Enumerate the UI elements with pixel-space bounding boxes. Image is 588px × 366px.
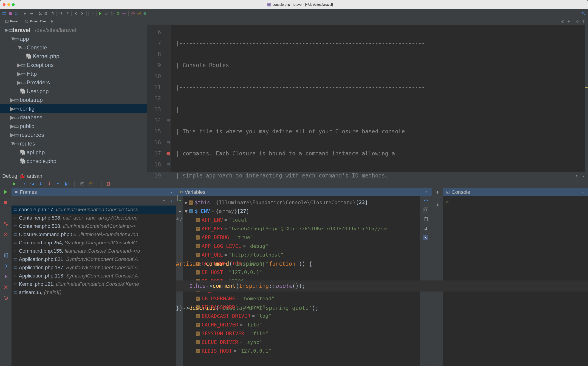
undo-icon[interactable] <box>23 11 28 16</box>
rerun-icon[interactable] <box>3 190 8 194</box>
frame-row[interactable]: Command.php:254, Symfony\Component\Conso… <box>12 239 176 247</box>
tree-exceptions[interactable]: ▶▭Exceptions <box>0 61 147 69</box>
step-out-icon[interactable] <box>56 182 60 186</box>
settings-icon[interactable] <box>122 11 126 16</box>
run-icon[interactable] <box>98 11 103 16</box>
debug-icon[interactable] <box>103 11 109 16</box>
redo-icon[interactable] <box>29 11 34 16</box>
show-exec-icon[interactable] <box>21 182 25 186</box>
layout-icon[interactable] <box>3 253 8 258</box>
editor[interactable]: 6 7 8 9 10 11 12 13 14 15 16 17 18 19 ⊟ … <box>147 25 588 172</box>
tree-bootstrap[interactable]: ▶▭bootstrap <box>0 96 147 104</box>
force-step-into-icon[interactable] <box>47 182 51 186</box>
help-debug-icon[interactable]: ? <box>3 295 8 300</box>
pin-icon[interactable] <box>3 274 8 279</box>
tree-root[interactable]: ▼ ▸▭ laravel ~/dev/sites/laravel <box>0 26 147 34</box>
tree-config[interactable]: ▶▭config <box>0 104 147 113</box>
tree-user[interactable]: 🐘User.php <box>0 87 147 96</box>
svg-point-27 <box>90 183 92 185</box>
fold-start-icon[interactable]: ⊟ <box>165 137 171 148</box>
tree-public[interactable]: ▶▭public <box>0 122 147 130</box>
frame-row[interactable]: Kernel.php:121, Illuminate\Foundation\Co… <box>12 280 176 288</box>
debug-settings-icon[interactable] <box>574 174 579 179</box>
tree-routes[interactable]: ▼▭routes <box>0 139 147 148</box>
frame-row[interactable]: Application.php:118, Symfony\Component\C… <box>12 272 176 280</box>
tree-console[interactable]: ▼▭Console <box>0 43 147 52</box>
stop-icon[interactable] <box>3 200 8 205</box>
listen-debug-icon[interactable] <box>116 11 121 16</box>
editor-error-strip[interactable] <box>585 25 588 172</box>
tree-kernel[interactable]: 🐘Kernel.php <box>0 52 147 61</box>
code-line-18: })->describe('Display an inspiring quote… <box>176 303 588 313</box>
back-icon[interactable] <box>74 11 79 16</box>
watch-icon[interactable] <box>89 182 93 186</box>
close-window-icon[interactable] <box>3 3 6 6</box>
open-icon[interactable] <box>2 11 7 16</box>
help-icon[interactable]: ? <box>131 11 135 16</box>
target-icon[interactable] <box>560 19 565 24</box>
code-area[interactable]: |---------------------------------------… <box>171 25 588 172</box>
breakpoint-error-icon[interactable] <box>165 148 171 159</box>
minimize-window-icon[interactable] <box>7 3 10 6</box>
frame-row[interactable]: console.php:17, Illuminate\Foundation\Co… <box>12 206 176 214</box>
status-icon[interactable] <box>142 11 147 16</box>
tree-http[interactable]: ▶▭Http <box>0 69 147 78</box>
tree-resources[interactable]: ▶▭resources <box>0 130 147 139</box>
sort-icon[interactable] <box>98 182 102 186</box>
hide-icon[interactable] <box>581 19 586 24</box>
resume-icon[interactable] <box>12 182 16 186</box>
tree-console-php[interactable]: 🐘console.php <box>0 157 147 166</box>
search-everywhere-icon[interactable] <box>581 11 586 16</box>
tree-api-php[interactable]: 🐘api.php <box>0 148 147 157</box>
refresh-icon[interactable] <box>14 11 19 16</box>
step-over-icon[interactable] <box>30 182 34 186</box>
copy-stack-icon[interactable] <box>106 182 110 186</box>
tree-app[interactable]: ▼▭app <box>0 34 147 43</box>
frame-up-icon[interactable] <box>162 198 167 204</box>
tab-project[interactable]: Project <box>3 19 22 24</box>
restore-icon[interactable] <box>580 190 585 195</box>
save-icon[interactable] <box>8 11 13 16</box>
evaluate-icon[interactable] <box>80 182 84 186</box>
copy-icon[interactable] <box>44 11 49 16</box>
fold-end-icon[interactable]: ⊟ <box>165 159 171 170</box>
settings-debug-icon[interactable] <box>3 263 8 268</box>
maximize-window-icon[interactable] <box>12 3 15 6</box>
svg-point-23 <box>577 21 578 22</box>
frame-row[interactable]: artisan:35, {main}() <box>12 288 176 297</box>
find-icon[interactable] <box>59 11 64 16</box>
forward-icon[interactable] <box>80 11 85 16</box>
mute-bp-icon[interactable] <box>3 232 8 237</box>
frame-row[interactable]: Command.php:155, Illuminate\Console\Comm… <box>12 247 176 255</box>
step-into-icon[interactable] <box>39 182 43 186</box>
svg-rect-34 <box>6 254 7 258</box>
gear-icon[interactable] <box>575 19 580 24</box>
frame-row[interactable]: Application.php:187, Symfony\Component\C… <box>12 263 176 272</box>
tree-database[interactable]: ▶▭database <box>0 113 147 122</box>
gear-badge-icon[interactable] <box>136 11 141 16</box>
cut-icon[interactable] <box>38 11 43 16</box>
restore-icon[interactable] <box>168 190 173 195</box>
project-tree[interactable]: ▼ ▸▭ laravel ~/dev/sites/laravel ▼▭app ▼… <box>0 25 147 172</box>
frames-list[interactable]: console.php:17, Illuminate\Foundation\Co… <box>12 206 176 366</box>
frame-row[interactable]: Container.php:508, Illuminate\Container\… <box>12 222 176 230</box>
tree-providers[interactable]: ▶▭Providers <box>0 78 147 87</box>
run-coverage-icon[interactable] <box>110 11 115 16</box>
restore-icon[interactable] <box>424 190 429 195</box>
frame-row[interactable]: Application.php:821, Symfony\Component\C… <box>12 255 176 263</box>
tab-project-files[interactable]: Project Files <box>22 19 49 24</box>
breakpoints-icon[interactable] <box>3 221 8 226</box>
collapse-icon[interactable] <box>566 19 571 24</box>
replace-icon[interactable] <box>65 11 70 16</box>
fold-start-icon[interactable]: ⊟ <box>165 115 171 126</box>
dock-icon[interactable] <box>581 174 586 179</box>
frame-row[interactable]: Container.php:508, call_user_func_array:… <box>12 214 176 222</box>
close-icon[interactable] <box>3 285 8 290</box>
frame-row[interactable]: ClosureCommand.php:55, Illuminate\Founda… <box>12 230 176 239</box>
run-config-dropdown[interactable] <box>88 11 97 16</box>
paste-icon[interactable] <box>50 11 55 16</box>
run-to-cursor-icon[interactable] <box>65 182 69 186</box>
chevron-right-icon[interactable] <box>50 19 55 24</box>
warning-marker[interactable] <box>585 87 588 88</box>
frame-down-icon[interactable] <box>169 198 174 204</box>
